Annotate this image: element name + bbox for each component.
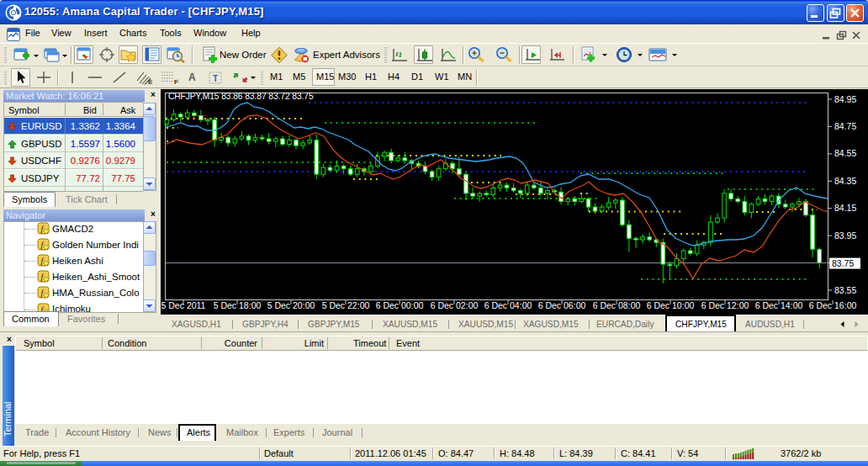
svg-text:83.55: 83.55 — [834, 285, 856, 295]
svg-text:6 Dec 16:00: 6 Dec 16:00 — [809, 300, 857, 310]
svg-text:84.75: 84.75 — [834, 121, 856, 131]
svg-text:6 Dec 00:00: 6 Dec 00:00 — [376, 300, 424, 310]
svg-text:84.15: 84.15 — [834, 203, 856, 213]
svg-text:83.75: 83.75 — [832, 258, 854, 268]
svg-text:84.55: 84.55 — [834, 148, 856, 158]
svg-text:5 Dec 22:00: 5 Dec 22:00 — [322, 300, 370, 310]
svg-text:83.95: 83.95 — [834, 230, 856, 241]
svg-text:6 Dec 10:00: 6 Dec 10:00 — [647, 300, 695, 310]
svg-text:6 Dec 02:00: 6 Dec 02:00 — [431, 300, 479, 310]
svg-text:5 Dec 2011: 5 Dec 2011 — [161, 300, 206, 310]
svg-text:CHFJPY,M15 83.86 83.87 83.72: CHFJPY,M15 83.86 83.87 83.72 83.75 — [168, 92, 314, 101]
svg-text:T: T — [213, 74, 218, 83]
svg-text:6 Dec 08:00: 6 Dec 08:00 — [593, 300, 641, 310]
svg-text:E: E — [148, 78, 153, 85]
svg-text:6 Dec 14:00: 6 Dec 14:00 — [755, 300, 803, 310]
svg-text:5 Dec 18:00: 5 Dec 18:00 — [214, 300, 262, 310]
svg-text:6 Dec 04:00: 6 Dec 04:00 — [484, 300, 532, 310]
svg-text:6 Dec 12:00: 6 Dec 12:00 — [701, 300, 749, 310]
svg-text:84.35: 84.35 — [834, 176, 856, 186]
svg-text:84.95: 84.95 — [834, 94, 856, 104]
svg-text:5 Dec 20:00: 5 Dec 20:00 — [267, 300, 315, 310]
svg-text:F: F — [174, 78, 178, 85]
svg-text:6 Dec 06:00: 6 Dec 06:00 — [538, 300, 586, 310]
